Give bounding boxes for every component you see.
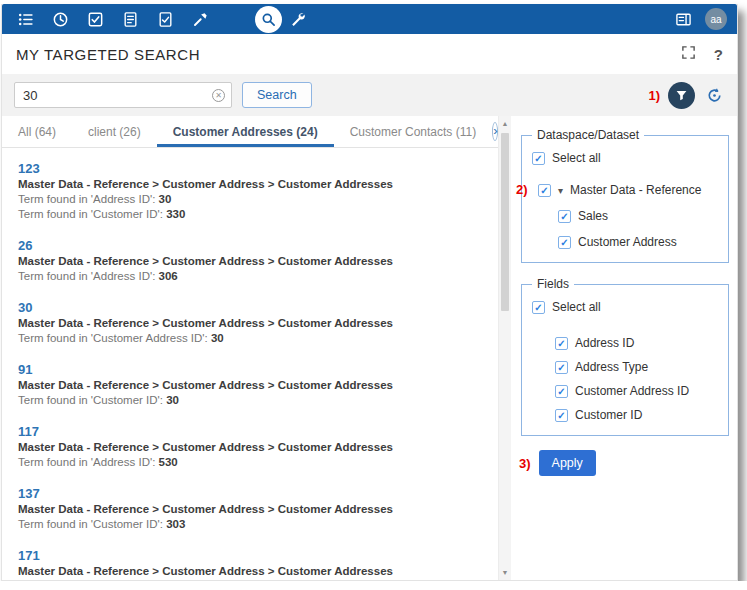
result-id-link[interactable]: 117 <box>18 424 39 439</box>
fields-select-all-checkbox[interactable]: ✓ <box>532 301 545 314</box>
dataspace-root-row[interactable]: 2) ✓ ▾ Master Data - Reference <box>538 182 718 198</box>
data-icon[interactable] <box>12 6 38 32</box>
result-term: Term found in 'Address ID': 306 <box>18 269 482 284</box>
result-term: Term found in 'Customer ID': 30 <box>18 393 482 408</box>
result-path: Master Data - Reference > Customer Addre… <box>18 254 482 269</box>
dataset-customer-address-checkbox[interactable]: ✓ <box>558 236 571 249</box>
dataspace-select-all-checkbox[interactable]: ✓ <box>532 152 545 165</box>
apply-button[interactable]: Apply <box>539 450 596 476</box>
dataset-customer-address-label: Customer Address <box>578 235 677 249</box>
history-icon[interactable] <box>47 6 73 32</box>
result-term: Term found in 'Customer ID': 303 <box>18 517 482 532</box>
collapse-caret-icon[interactable]: ▾ <box>558 185 563 196</box>
result-term: Term found in 'Address ID': 530 <box>18 455 482 470</box>
search-result-item: 171 Master Data - Reference > Customer A… <box>18 546 482 580</box>
field-customer-id-row[interactable]: ✓Customer ID <box>555 407 718 423</box>
result-path: Master Data - Reference > Customer Addre… <box>18 564 482 579</box>
annotation-step1: 1) <box>648 88 660 103</box>
topbar-nav <box>12 6 213 32</box>
search-result-item: 91 Master Data - Reference > Customer Ad… <box>18 360 482 408</box>
avatar[interactable]: aa <box>705 8 727 30</box>
tab-customer-contacts-11[interactable]: Customer Contacts (11) <box>334 116 493 147</box>
result-term: Term found in 'Address ID': 300 <box>18 579 482 580</box>
result-id-link[interactable]: 91 <box>18 362 32 377</box>
field-customer-address-id-label: Customer Address ID <box>575 384 689 398</box>
fields-legend: Fields <box>532 277 574 291</box>
chevron-right-icon: › <box>493 124 497 137</box>
search-button[interactable]: Search <box>242 82 312 108</box>
result-path: Master Data - Reference > Customer Addre… <box>18 502 482 517</box>
search-result-item: 137 Master Data - Reference > Customer A… <box>18 484 482 532</box>
dataspace-legend: Dataspace/Dataset <box>532 128 644 142</box>
field-address-type-label: Address Type <box>575 360 648 374</box>
field-customer-address-id-checkbox[interactable]: ✓ <box>555 385 568 398</box>
result-term: Term found in 'Address ID': 30 <box>18 192 482 207</box>
result-id-link[interactable]: 30 <box>18 300 32 315</box>
dataset-sales-row[interactable]: ✓Sales <box>558 208 718 224</box>
result-path: Master Data - Reference > Customer Addre… <box>18 378 482 393</box>
clear-icon[interactable]: ✕ <box>212 89 225 102</box>
result-path: Master Data - Reference > Customer Addre… <box>18 316 482 331</box>
search-input[interactable] <box>15 88 231 103</box>
search-result-item: 117 Master Data - Reference > Customer A… <box>18 422 482 470</box>
fields-select-all[interactable]: ✓ Select all <box>532 299 718 315</box>
search-bar: ✕ Search 1) <box>2 74 737 116</box>
field-customer-id-label: Customer ID <box>575 408 642 422</box>
page-header: MY TARGETED SEARCH ? <box>2 34 737 74</box>
tab-customer-addresses-24[interactable]: Customer Addresses (24) <box>157 116 334 147</box>
reset-filters-icon[interactable] <box>703 84 725 106</box>
result-terms: Term found in 'Address ID': 300 <box>18 579 482 580</box>
help-icon[interactable]: ? <box>714 46 723 63</box>
scrollbar-thumb[interactable] <box>501 133 509 311</box>
filter-icon[interactable] <box>668 82 695 109</box>
apply-row: 3) Apply <box>519 450 731 476</box>
tab-all-64[interactable]: All (64) <box>2 116 72 147</box>
app-window: aa MY TARGETED SEARCH ? ✕ Search 1) <box>1 4 738 581</box>
dataset-customer-address-row[interactable]: ✓Customer Address <box>558 234 718 250</box>
filter-panel: Dataspace/Dataset ✓ Select all 2) ✓ ▾ Ma… <box>511 116 737 580</box>
fields-list: ✓Address ID✓Address Type✓Customer Addres… <box>532 335 718 423</box>
results-list: 123 Master Data - Reference > Customer A… <box>2 148 498 580</box>
results-scrollbar[interactable]: ▲ ▼ <box>498 116 511 580</box>
result-terms: Term found in 'Customer ID': 303 <box>18 517 482 532</box>
tab-client-26[interactable]: client (26) <box>72 116 157 147</box>
result-id-link[interactable]: 26 <box>18 238 32 253</box>
field-address-id-row[interactable]: ✓Address ID <box>555 335 718 351</box>
result-term: Term found in 'Customer Address ID': 30 <box>18 331 482 346</box>
scroll-up-icon[interactable]: ▲ <box>502 116 509 131</box>
validation-icon[interactable] <box>82 6 108 32</box>
dataspace-children: ✓Sales✓Customer Address <box>532 208 718 250</box>
content: All (64)client (26)Customer Addresses (2… <box>2 116 737 580</box>
search-icon[interactable] <box>255 6 282 33</box>
dataspace-root-label: Master Data - Reference <box>570 183 701 197</box>
result-id-link[interactable]: 123 <box>18 161 40 176</box>
result-id-link[interactable]: 137 <box>18 486 40 501</box>
field-customer-id-checkbox[interactable]: ✓ <box>555 409 568 422</box>
dataspace-select-all[interactable]: ✓ Select all <box>532 150 718 166</box>
task-check-icon[interactable] <box>152 6 178 32</box>
sidebar-toggle-icon[interactable] <box>670 6 696 32</box>
search-result-item: 26 Master Data - Reference > Customer Ad… <box>18 236 482 284</box>
field-customer-address-id-row[interactable]: ✓Customer Address ID <box>555 383 718 399</box>
field-address-id-checkbox[interactable]: ✓ <box>555 337 568 350</box>
dataspace-root-checkbox[interactable]: ✓ <box>538 184 551 197</box>
wrench-icon[interactable] <box>284 6 310 32</box>
result-path: Master Data - Reference > Customer Addre… <box>18 177 482 192</box>
field-address-id-label: Address ID <box>575 336 634 350</box>
annotation-step2: 2) <box>516 182 528 197</box>
field-address-type-row[interactable]: ✓Address Type <box>555 359 718 375</box>
fields-fieldset: Fields ✓ Select all ✓Address ID✓Address … <box>521 277 729 436</box>
result-terms: Term found in 'Address ID': 30Term found… <box>18 192 482 222</box>
search-result-item: 123 Master Data - Reference > Customer A… <box>18 159 482 222</box>
brush-icon[interactable] <box>187 6 213 32</box>
fullscreen-icon[interactable] <box>681 45 696 64</box>
search-box: ✕ <box>14 82 232 108</box>
report-icon[interactable] <box>117 6 143 32</box>
dataset-sales-checkbox[interactable]: ✓ <box>558 210 571 223</box>
dataspace-fieldset: Dataspace/Dataset ✓ Select all 2) ✓ ▾ Ma… <box>521 128 729 263</box>
result-id-link[interactable]: 171 <box>18 548 40 563</box>
scroll-down-icon[interactable]: ▼ <box>502 565 509 580</box>
topbar-right: aa <box>670 6 727 32</box>
field-address-type-checkbox[interactable]: ✓ <box>555 361 568 374</box>
result-terms: Term found in 'Customer ID': 30 <box>18 393 482 408</box>
